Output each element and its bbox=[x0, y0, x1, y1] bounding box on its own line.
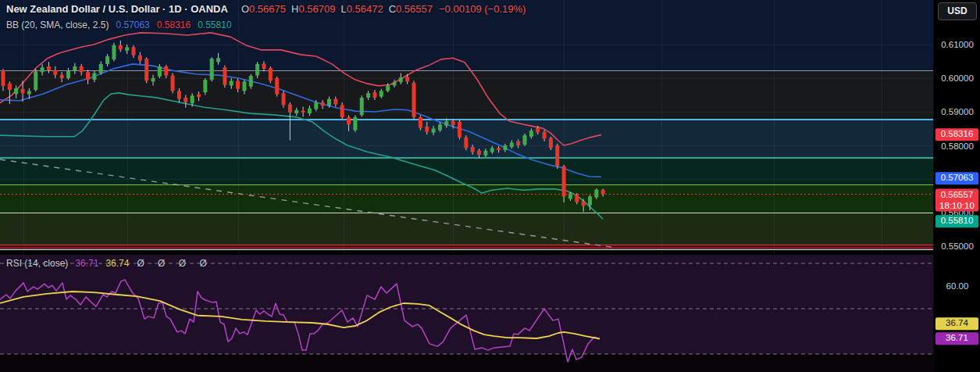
high-value: 0.56709 bbox=[298, 3, 335, 15]
axis-price-badge: 0.58316 bbox=[935, 128, 978, 141]
axis-price-badge: 36.74 bbox=[935, 317, 978, 330]
symbol-legend-row: New Zealand Dollar / U.S. Dollar · 1D · … bbox=[6, 3, 526, 15]
bb-upper-value: 0.58316 bbox=[157, 20, 191, 30]
close-value: 0.56557 bbox=[396, 3, 433, 15]
change-value: −0.00109 (−0.19%) bbox=[439, 3, 526, 15]
bollinger-legend-row: BB (20, SMA, close, 2.5)0.570630.583160.… bbox=[6, 20, 232, 30]
bb-basis-value: 0.57063 bbox=[116, 20, 149, 30]
axis-label: 0.59000 bbox=[934, 107, 980, 116]
chart-plot-area[interactable] bbox=[0, 0, 980, 372]
axis-price-badge: 0.55810 bbox=[935, 215, 978, 227]
currency-toggle-button[interactable]: USD bbox=[938, 2, 977, 20]
background-zones bbox=[0, 0, 933, 248]
bb-indicator-label[interactable]: BB (20, SMA, close, 2.5) bbox=[6, 20, 109, 30]
rsi-value: 36.71 bbox=[75, 258, 98, 269]
axis-label: 0.55000 bbox=[934, 241, 980, 251]
rsi-indicator-pane[interactable] bbox=[0, 255, 933, 372]
axis-price-badge: 0.5655718:10:10 bbox=[935, 189, 978, 212]
low-value: 0.56472 bbox=[347, 3, 383, 15]
rsi-legend-row: RSI (14, close)36.7136.74Ø Ø Ø Ø bbox=[6, 258, 212, 269]
axis-price-badge: 0.57063 bbox=[935, 172, 978, 184]
axis-label: 0.58000 bbox=[934, 141, 980, 151]
axis-label: 0.60000 bbox=[934, 73, 980, 83]
axis-label: 0.61000 bbox=[934, 40, 980, 49]
low-label: L bbox=[340, 3, 346, 15]
high-label: H bbox=[291, 3, 298, 15]
price-axis[interactable]: USD 0.610000.600000.590000.580000.560000… bbox=[933, 0, 980, 372]
axis-price-badge: 36.71 bbox=[935, 332, 978, 345]
tradingview-chart-window: New Zealand Dollar / U.S. Dollar · 1D · … bbox=[0, 0, 980, 372]
open-label: O bbox=[241, 3, 249, 15]
symbol-title[interactable]: New Zealand Dollar / U.S. Dollar · 1D · … bbox=[6, 3, 228, 15]
axis-label: 60.00 bbox=[934, 281, 980, 291]
rsi-ma-value: 36.74 bbox=[105, 258, 129, 269]
close-label: C bbox=[389, 3, 396, 15]
open-value: 0.56675 bbox=[249, 3, 286, 15]
bb-lower-value: 0.55810 bbox=[198, 20, 231, 30]
rsi-empty-values: Ø Ø Ø Ø bbox=[137, 258, 212, 269]
rsi-indicator-label[interactable]: RSI (14, close) bbox=[6, 258, 68, 269]
